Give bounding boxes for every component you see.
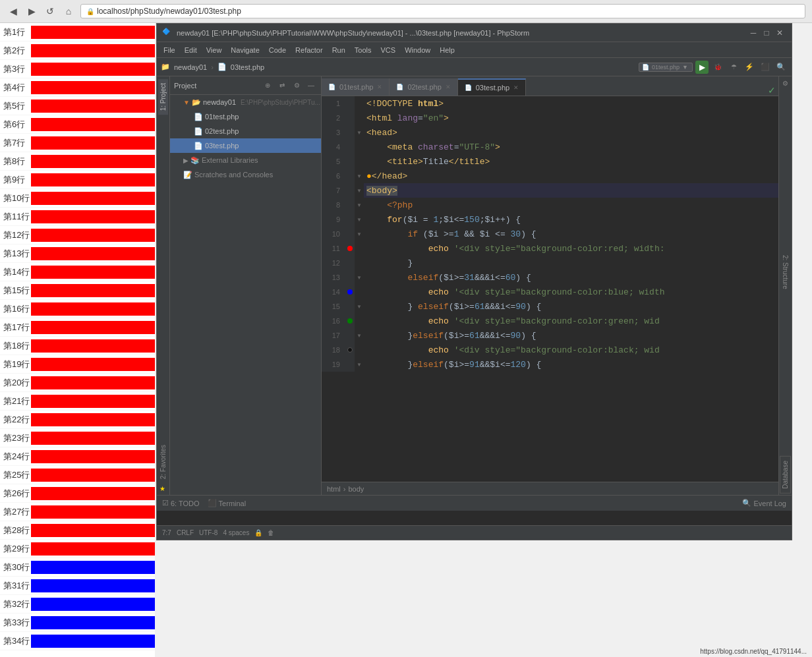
tab-01test[interactable]: 📄 01test.php ✕ bbox=[322, 78, 390, 96]
sync-button[interactable]: ⇄ bbox=[276, 80, 288, 92]
arrow-down-icon: ▼ bbox=[183, 99, 190, 106]
webpage-row: 第27行 bbox=[0, 503, 155, 521]
webpage-row-label: 第28行 bbox=[0, 525, 30, 536]
gutter-13 bbox=[345, 270, 355, 285]
stop-button[interactable]: ⬛ bbox=[759, 61, 772, 74]
run-config-dropdown[interactable]: 📄 01test.php ▼ bbox=[639, 63, 693, 72]
reload-button[interactable]: ↺ bbox=[44, 5, 57, 18]
webpage-row-label: 第25行 bbox=[0, 469, 30, 481]
tab-close-1[interactable]: ✕ bbox=[377, 84, 382, 90]
sidebar-item-external-libs[interactable]: ▶ 📚 External Libraries bbox=[170, 153, 321, 167]
php-file-icon-3: 📄 bbox=[194, 142, 203, 150]
minimize-button[interactable]: ─ bbox=[747, 27, 760, 39]
file-breadcrumb: 03test.php bbox=[231, 63, 264, 71]
webpage-row-bar bbox=[31, 210, 155, 223]
menu-refactor[interactable]: Refactor bbox=[291, 45, 327, 55]
webpage-row: 第21行 bbox=[0, 392, 155, 411]
code-line-16: 16 echo '<div style="background-color:gr… bbox=[322, 314, 778, 328]
tab-close-2[interactable]: ✕ bbox=[446, 84, 451, 90]
webpage-row: 第20行 bbox=[0, 374, 155, 392]
menu-window[interactable]: Window bbox=[401, 45, 434, 55]
webpage-row-label: 第33行 bbox=[0, 617, 30, 629]
fold-17: ▼ bbox=[355, 328, 364, 343]
line-num-1: 1 bbox=[322, 96, 345, 111]
menu-help[interactable]: Help bbox=[436, 45, 459, 55]
sidebar-item-scratches[interactable]: 📝 Scratches and Consoles bbox=[170, 167, 321, 182]
webpage-row: 第29行 bbox=[0, 540, 155, 558]
maximize-button[interactable]: □ bbox=[760, 27, 773, 39]
favorites-tab[interactable]: 2: Favorites bbox=[158, 441, 168, 483]
webpage-row-bar bbox=[31, 247, 155, 260]
debug-button[interactable]: 🐞 bbox=[711, 61, 724, 74]
gutter-5 bbox=[345, 154, 355, 169]
menu-code[interactable]: Code bbox=[265, 45, 290, 55]
event-log-tab[interactable]: 🔍 Event Log bbox=[742, 499, 786, 507]
add-content-button[interactable]: ⊕ bbox=[262, 80, 274, 92]
collapse-button[interactable]: — bbox=[305, 80, 317, 92]
sidebar-item-newday01[interactable]: ▼ 📂 newday01 E:\PHP\phpStudy\PHPTu... bbox=[170, 95, 321, 109]
webpage-row-label: 第10行 bbox=[0, 192, 30, 204]
status-indent: 4 spaces bbox=[223, 529, 249, 536]
tab-02test[interactable]: 📄 02test.php ✕ bbox=[390, 78, 457, 96]
tab-close-3[interactable]: ✕ bbox=[513, 84, 519, 91]
gutter-10 bbox=[345, 227, 355, 241]
code-line-3: 3 ▼ <head> bbox=[322, 125, 778, 140]
tab-03test[interactable]: 📄 03test.php ✕ bbox=[458, 78, 526, 96]
line-num-13: 13 bbox=[322, 270, 345, 285]
project-tab[interactable]: 1: Project bbox=[158, 79, 168, 115]
line-num-18: 18 bbox=[322, 343, 345, 357]
webpage-row-label: 第22行 bbox=[0, 414, 30, 426]
sidebar-02test-label: 02test.php bbox=[205, 127, 239, 135]
menu-run[interactable]: Run bbox=[328, 45, 349, 55]
url-bar[interactable]: 🔒 localhost/phpStudy/newday01/03test.php bbox=[80, 4, 805, 18]
terminal-tab[interactable]: ⬛ Terminal bbox=[208, 499, 246, 507]
close-button[interactable]: ✕ bbox=[773, 27, 786, 39]
webpage-row-label: 第27行 bbox=[0, 506, 30, 518]
gutter-9 bbox=[345, 212, 355, 227]
line-code-11: echo '<div style="background-color:red; … bbox=[364, 244, 778, 254]
sidebar-item-03test[interactable]: 📄 03test.php bbox=[170, 138, 321, 153]
database-tab[interactable]: Database bbox=[780, 456, 791, 494]
settings-right-button[interactable]: ⚙ bbox=[780, 78, 791, 88]
sidebar-item-02test[interactable]: 📄 02test.php bbox=[170, 124, 321, 138]
tab-label-1: 01test.php bbox=[339, 83, 373, 91]
code-line-7: 7 ▼ <body> bbox=[322, 183, 778, 198]
line-num-5: 5 bbox=[322, 154, 345, 169]
webpage-row-label: 第16行 bbox=[0, 303, 30, 315]
todo-tab[interactable]: ☑ 6: TODO bbox=[162, 499, 200, 507]
code-line-18: 18 echo '<div style="background-color:bl… bbox=[322, 343, 778, 357]
webpage-row: 第34行 bbox=[0, 632, 155, 650]
ide-toolbar: 📁 newday01 › 📄 03test.php 📄 01test.php ▼… bbox=[157, 58, 792, 76]
search-everywhere-button[interactable]: 🔍 bbox=[774, 61, 788, 74]
sidebar-item-01test[interactable]: 📄 01test.php bbox=[170, 109, 321, 124]
coverage-button[interactable]: ☂ bbox=[727, 61, 740, 74]
back-button[interactable]: ◀ bbox=[7, 5, 20, 18]
menu-navigate[interactable]: Navigate bbox=[227, 45, 263, 55]
menu-view[interactable]: View bbox=[202, 45, 226, 55]
line-code-8: <?php bbox=[364, 200, 778, 210]
status-crlf: CRLF bbox=[177, 529, 194, 536]
browser-bar: ◀ ▶ ↺ ⌂ 🔒 localhost/phpStudy/newday01/03… bbox=[0, 0, 812, 23]
fold-1 bbox=[355, 96, 364, 111]
webpage-row-bar bbox=[31, 266, 155, 279]
run-button[interactable]: ▶ bbox=[695, 61, 709, 74]
gutter-11 bbox=[345, 241, 355, 256]
webpage-row-label: 第4行 bbox=[0, 82, 30, 94]
webpage-row-bar bbox=[31, 524, 155, 537]
home-button[interactable]: ⌂ bbox=[62, 5, 75, 18]
profile-button[interactable]: ⚡ bbox=[743, 61, 756, 74]
menu-vcs[interactable]: VCS bbox=[377, 45, 400, 55]
forward-button[interactable]: ▶ bbox=[25, 5, 38, 18]
menu-tools[interactable]: Tools bbox=[351, 45, 376, 55]
webpage-row: 第3行 bbox=[0, 60, 155, 78]
structure-tab[interactable]: 2: Structure bbox=[780, 251, 790, 293]
ide-body: 1: Project 2: Favorites ★ Project ⊕ ⇄ ⚙ … bbox=[157, 76, 792, 495]
settings-button[interactable]: ⚙ bbox=[291, 80, 303, 92]
menu-edit[interactable]: Edit bbox=[181, 45, 201, 55]
tab-label-2: 02test.php bbox=[407, 83, 441, 91]
webpage-row: 第24行 bbox=[0, 447, 155, 466]
code-editor[interactable]: 1 <!DOCTYPE html> 2 <html lang="en"> bbox=[322, 96, 778, 482]
gutter-19 bbox=[345, 357, 355, 372]
menu-file[interactable]: File bbox=[160, 45, 179, 55]
event-log-icon: 🔍 bbox=[742, 499, 751, 507]
